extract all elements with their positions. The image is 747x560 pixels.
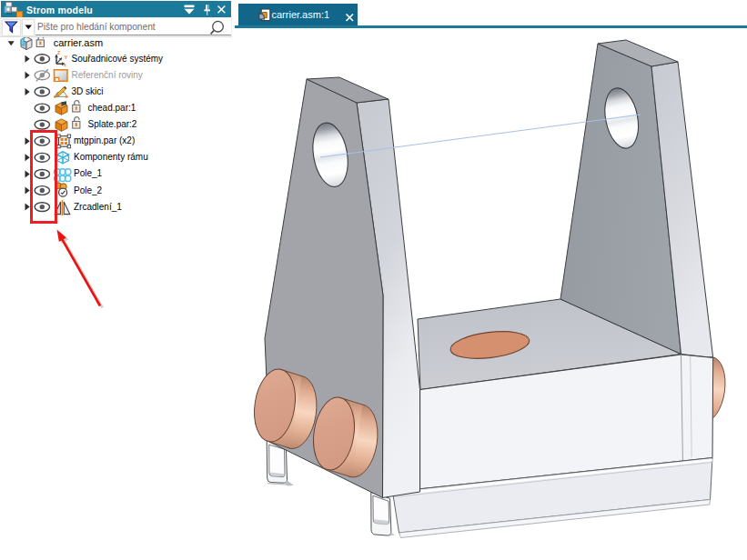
svg-text:x: x — [64, 62, 66, 67]
svg-text:Z: Z — [57, 50, 61, 55]
svg-text:Y: Y — [65, 55, 68, 60]
